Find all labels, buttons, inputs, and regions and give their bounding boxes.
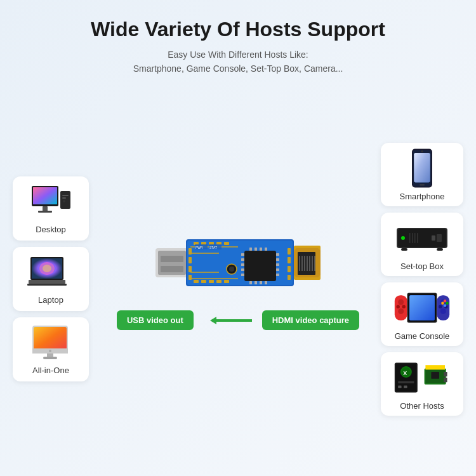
settopbox-label: Set-top Box bbox=[400, 261, 444, 271]
svg-text:PWR: PWR bbox=[195, 246, 203, 249]
svg-rect-22 bbox=[43, 357, 57, 359]
svg-rect-129 bbox=[398, 381, 414, 384]
svg-rect-57 bbox=[241, 258, 244, 261]
labels-row: USB video out HDMI video capture bbox=[117, 310, 359, 330]
svg-rect-137 bbox=[444, 378, 447, 382]
svg-rect-104 bbox=[401, 248, 407, 251]
svg-point-120 bbox=[444, 300, 447, 303]
usb-video-out-label: USB video out bbox=[117, 310, 194, 330]
svg-rect-56 bbox=[241, 253, 244, 256]
left-hosts-column: Desktop bbox=[13, 83, 89, 476]
otherhosts-label: Other Hosts bbox=[400, 401, 444, 411]
laptop-icon bbox=[27, 256, 75, 289]
hdmi-video-capture-label: HDMI video capture bbox=[262, 310, 359, 330]
svg-rect-15 bbox=[27, 284, 67, 286]
svg-rect-55 bbox=[244, 251, 276, 281]
svg-point-117 bbox=[440, 308, 446, 314]
svg-rect-72 bbox=[260, 281, 262, 284]
svg-point-13 bbox=[43, 265, 51, 272]
arrow-svg bbox=[202, 314, 253, 327]
allinone-label: All-in-One bbox=[32, 366, 69, 375]
svg-rect-99 bbox=[412, 233, 413, 243]
allinone-icon bbox=[29, 324, 72, 361]
svg-rect-101 bbox=[417, 233, 418, 243]
svg-rect-106 bbox=[395, 296, 407, 321]
svg-rect-81 bbox=[301, 256, 303, 271]
svg-rect-42 bbox=[288, 248, 291, 255]
svg-rect-80 bbox=[299, 256, 300, 271]
svg-rect-59 bbox=[241, 268, 244, 271]
svg-point-75 bbox=[229, 267, 234, 272]
svg-rect-73 bbox=[265, 281, 267, 284]
svg-point-108 bbox=[398, 308, 404, 314]
svg-rect-47 bbox=[201, 280, 206, 283]
svg-rect-6 bbox=[62, 195, 69, 196]
svg-rect-134 bbox=[425, 366, 445, 370]
svg-rect-66 bbox=[249, 248, 252, 251]
svg-rect-5 bbox=[60, 191, 70, 209]
svg-rect-14 bbox=[29, 280, 65, 284]
svg-rect-86 bbox=[314, 256, 315, 271]
svg-rect-84 bbox=[309, 256, 310, 271]
svg-point-97 bbox=[401, 236, 405, 240]
svg-rect-70 bbox=[249, 281, 252, 284]
smartphone-icon bbox=[409, 146, 435, 190]
host-card-settopbox: Set-top Box bbox=[381, 213, 463, 276]
svg-rect-100 bbox=[414, 233, 416, 243]
svg-rect-102 bbox=[437, 234, 442, 242]
svg-rect-114 bbox=[409, 296, 435, 321]
svg-rect-135 bbox=[431, 372, 439, 379]
svg-rect-67 bbox=[255, 248, 257, 251]
svg-point-8 bbox=[63, 200, 65, 202]
gameconsole-icon bbox=[393, 289, 451, 327]
right-hosts-column: Smartphone bbox=[381, 83, 463, 476]
svg-rect-85 bbox=[312, 256, 313, 271]
svg-rect-3 bbox=[43, 206, 48, 211]
smartphone-icon-container bbox=[393, 148, 451, 189]
svg-rect-88 bbox=[216, 319, 252, 322]
svg-rect-2 bbox=[33, 187, 57, 204]
allinone-icon-container bbox=[25, 324, 76, 362]
svg-rect-38 bbox=[188, 248, 192, 255]
subtitle: Easy Use With Different Hosts Like: Smar… bbox=[91, 48, 385, 76]
pcb-device: PWR STAT bbox=[155, 228, 321, 298]
pcb-svg: PWR STAT bbox=[155, 228, 321, 298]
settopbox-icon-container bbox=[393, 218, 451, 259]
svg-rect-7 bbox=[62, 197, 66, 199]
svg-rect-50 bbox=[224, 280, 229, 283]
svg-point-121 bbox=[441, 302, 444, 305]
svg-rect-83 bbox=[307, 256, 308, 271]
svg-rect-43 bbox=[288, 257, 291, 263]
host-card-gameconsole: Game Console bbox=[381, 282, 463, 346]
otherhosts-icon-container: X bbox=[393, 357, 451, 399]
svg-marker-87 bbox=[210, 317, 216, 324]
svg-rect-130 bbox=[398, 386, 401, 388]
svg-rect-61 bbox=[276, 253, 279, 256]
svg-rect-44 bbox=[288, 266, 291, 272]
center-area: PWR STAT bbox=[117, 228, 359, 330]
svg-rect-48 bbox=[209, 280, 214, 283]
svg-rect-93 bbox=[414, 153, 430, 182]
svg-point-92 bbox=[421, 150, 423, 152]
host-card-smartphone: Smartphone bbox=[381, 143, 463, 206]
svg-rect-68 bbox=[260, 248, 262, 251]
svg-rect-94 bbox=[420, 185, 425, 186]
svg-rect-62 bbox=[276, 258, 279, 261]
svg-rect-25 bbox=[161, 256, 183, 262]
svg-rect-45 bbox=[288, 275, 291, 280]
gameconsole-label: Game Console bbox=[395, 331, 450, 341]
svg-rect-105 bbox=[437, 248, 443, 251]
svg-rect-82 bbox=[304, 256, 305, 271]
svg-rect-39 bbox=[188, 257, 192, 263]
svg-rect-4 bbox=[38, 211, 52, 213]
svg-rect-65 bbox=[276, 274, 279, 276]
arrow-indicator bbox=[202, 314, 253, 327]
svg-text:STAT: STAT bbox=[209, 246, 217, 249]
host-card-allinone: All-in-One bbox=[13, 317, 89, 381]
host-card-desktop: Desktop bbox=[13, 176, 89, 241]
desktop-label: Desktop bbox=[36, 225, 66, 234]
svg-rect-40 bbox=[188, 266, 192, 272]
svg-point-123 bbox=[444, 305, 447, 308]
svg-rect-37 bbox=[224, 242, 229, 245]
gameconsole-icon-container bbox=[393, 288, 451, 329]
